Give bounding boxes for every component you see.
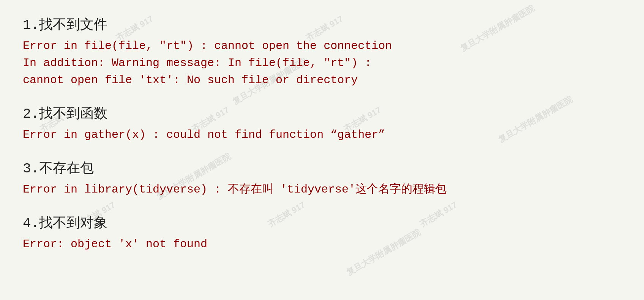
error-section-section2: 2.找不到函数Error in gather(x) : could not fi… <box>23 104 621 144</box>
main-content: 1.找不到文件Error in file(file, "rt") : canno… <box>0 0 644 283</box>
error-line: Error in library(tidyverse) : 不存在叫 'tidy… <box>23 181 621 198</box>
section-title: 1.找不到文件 <box>23 15 621 34</box>
error-line: Error in gather(x) : could not find func… <box>23 126 621 144</box>
error-line: Error: object 'x' not found <box>23 236 621 253</box>
error-line: Error in file(file, "rt") : cannot open … <box>23 38 621 55</box>
error-section-section4: 4.找不到对象Error: object 'x' not found <box>23 213 621 253</box>
error-section-section1: 1.找不到文件Error in file(file, "rt") : canno… <box>23 15 621 89</box>
section-title: 4.找不到对象 <box>23 213 621 232</box>
error-line: In addition: Warning message: In file(fi… <box>23 55 621 72</box>
error-section-section3: 3.不存在包Error in library(tidyverse) : 不存在叫… <box>23 159 621 198</box>
section-title: 3.不存在包 <box>23 159 621 177</box>
section-title: 2.找不到函数 <box>23 104 621 123</box>
error-line: cannot open file 'txt': No such file or … <box>23 72 621 89</box>
